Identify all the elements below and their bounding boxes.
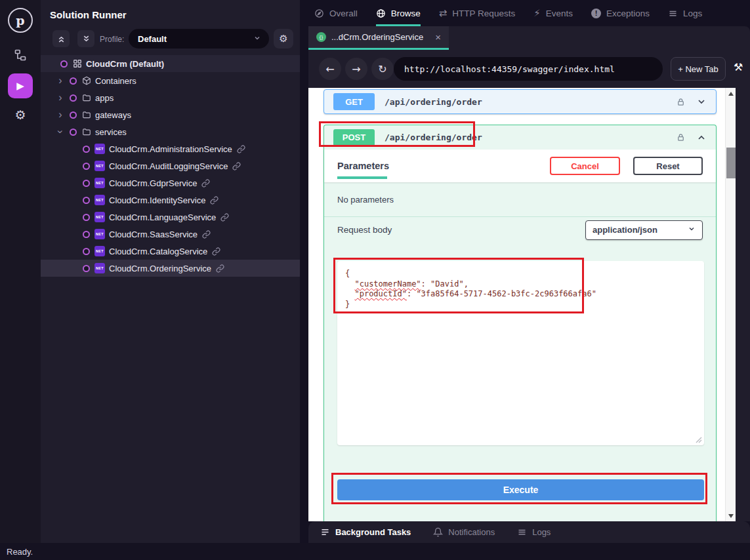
- tree-item-root[interactable]: CloudCrm (Default): [41, 55, 300, 72]
- status-bar: Ready.: [0, 543, 750, 560]
- lock-icon[interactable]: [676, 132, 686, 142]
- status-dot-icon: [83, 180, 90, 187]
- tab-label: Browse: [391, 9, 421, 18]
- chevron-right-icon: ›: [55, 92, 66, 103]
- expand-all-button[interactable]: [77, 30, 94, 47]
- tree-item-service[interactable]: NET CloudCrm.GdprService: [41, 174, 300, 191]
- background-tasks-item[interactable]: Background Tasks: [320, 527, 411, 537]
- service-label: CloudCrm.LanguageService: [109, 212, 216, 222]
- tab-browse[interactable]: Browse: [376, 0, 421, 26]
- forward-button[interactable]: →: [345, 58, 367, 80]
- tree-item-service[interactable]: NET CloudCrm.SaasService: [41, 226, 300, 243]
- bottom-item-label: Background Tasks: [335, 527, 411, 537]
- tab-label: Overall: [329, 9, 358, 18]
- new-tab-button[interactable]: + New Tab: [671, 57, 726, 81]
- tree-item-service[interactable]: NET CloudCrm.IdentityService: [41, 191, 300, 209]
- tab-http-requests[interactable]: ⇄ HTTP Requests: [439, 0, 515, 26]
- status-dot-icon: [70, 94, 77, 102]
- tree-item-apps[interactable]: › apps: [41, 89, 300, 106]
- url-input[interactable]: http://localhost:44359/swagger/index.htm…: [394, 57, 663, 81]
- chevron-up-icon[interactable]: [696, 132, 707, 143]
- lines-icon: [517, 527, 527, 537]
- link-icon: [216, 264, 224, 273]
- content-type-value: application/json: [593, 225, 657, 235]
- sidebar-toolbar: Profile: Default ⚙: [41, 28, 300, 50]
- request-body-editor[interactable]: { "customerName": "David", "productId": …: [337, 261, 704, 445]
- service-label: CloudCrm.AdministrationService: [109, 144, 232, 154]
- post-method-badge: POST: [333, 129, 375, 146]
- app-root: p ▶ ⚙ Solution Runner Profile: Default ⚙: [0, 0, 750, 560]
- tree-item-service[interactable]: NET CloudCrm.AuditLoggingService: [41, 157, 300, 174]
- folder-icon: [81, 93, 91, 103]
- scroll-up-arrow-icon[interactable]: [726, 88, 736, 99]
- tab-exceptions[interactable]: ! Exceptions: [591, 0, 650, 26]
- link-icon: [212, 247, 220, 256]
- settings-gear-icon[interactable]: ⚙: [14, 108, 26, 122]
- solution-tree-icon[interactable]: [12, 47, 28, 63]
- scroll-down-arrow-icon[interactable]: [726, 510, 736, 521]
- web-viewport: GET /api/ordering/order POST /api/orderi…: [308, 88, 736, 521]
- content-type-select[interactable]: application/json: [585, 220, 703, 240]
- notifications-item[interactable]: Notifications: [433, 527, 495, 537]
- cancel-button[interactable]: Cancel: [550, 157, 620, 175]
- execute-button[interactable]: Execute: [337, 479, 704, 500]
- tree-item-service[interactable]: NET CloudCrm.CatalogService: [41, 243, 300, 260]
- scrollbar-thumb[interactable]: [726, 148, 736, 178]
- tree-item-service[interactable]: NET CloudCrm.LanguageService: [41, 209, 300, 226]
- bottom-item-label: Logs: [532, 527, 551, 537]
- browser-tab[interactable]: { } ...dCrm.OrderingService ×: [308, 26, 449, 50]
- new-tab-label: + New Tab: [678, 64, 719, 74]
- post-opblock-header[interactable]: POST /api/ordering/order: [324, 125, 716, 150]
- get-endpoint-path: /api/ordering/order: [385, 97, 482, 107]
- tab-close-icon[interactable]: ×: [435, 31, 441, 43]
- dotnet-icon: NET: [94, 212, 105, 222]
- tree-item-service-selected[interactable]: NET CloudCrm.OrderingService: [41, 260, 300, 277]
- post-endpoint-path: /api/ordering/order: [385, 132, 482, 142]
- main-tab-bar: Overall Browse ⇄ HTTP Requests ⚡ Events …: [300, 0, 750, 26]
- run-button[interactable]: ▶: [8, 73, 33, 98]
- swap-arrows-icon: ⇄: [439, 7, 448, 19]
- opblock-post: POST /api/ordering/order Parameters Canc…: [323, 125, 717, 521]
- tree-item-label: CloudCrm (Default): [86, 59, 164, 69]
- link-icon: [220, 213, 229, 222]
- resize-grip-icon[interactable]: [696, 437, 702, 443]
- status-dot-icon: [83, 214, 90, 221]
- globe-icon: [376, 9, 386, 18]
- tab-events[interactable]: ⚡ Events: [533, 0, 573, 26]
- tree-item-service[interactable]: NET CloudCrm.AdministrationService: [41, 140, 300, 157]
- tab-logs[interactable]: Logs: [668, 0, 702, 26]
- vertical-scrollbar[interactable]: [725, 88, 736, 521]
- browser-toolbar: ← → ↻ http://localhost:44359/swagger/ind…: [308, 50, 750, 88]
- status-dot-icon: [70, 77, 77, 85]
- tab-overall[interactable]: Overall: [314, 0, 358, 26]
- opblock-get[interactable]: GET /api/ordering/order: [323, 89, 717, 114]
- tree-item-gateways[interactable]: › gateways: [41, 106, 300, 123]
- folder-icon: [81, 110, 91, 120]
- link-icon: [210, 196, 219, 205]
- reset-button[interactable]: Reset: [633, 157, 703, 175]
- dotnet-icon: NET: [94, 229, 105, 239]
- service-label: CloudCrm.AuditLoggingService: [109, 161, 228, 171]
- solution-tree: CloudCrm (Default) › Containers › apps: [41, 55, 300, 277]
- parameters-section-header: Parameters Cancel Reset: [324, 150, 716, 182]
- profile-dropdown[interactable]: Default: [129, 29, 269, 49]
- status-dot-icon: [70, 111, 77, 119]
- dev-tools-icon[interactable]: ⚒: [734, 61, 743, 73]
- status-dot-icon: [83, 248, 90, 255]
- lock-icon[interactable]: [676, 97, 686, 107]
- chevron-right-icon: ›: [55, 110, 66, 120]
- logs-item[interactable]: Logs: [517, 527, 551, 537]
- bottom-bar: Background Tasks Notifications Logs: [308, 521, 750, 543]
- back-button[interactable]: ←: [319, 58, 341, 80]
- tree-item-containers[interactable]: › Containers: [41, 72, 300, 89]
- profile-settings-button[interactable]: ⚙: [274, 29, 293, 49]
- lightning-icon: ⚡: [533, 7, 541, 19]
- chevron-down-icon[interactable]: [696, 96, 707, 107]
- compass-icon: [314, 9, 324, 18]
- dotnet-icon: NET: [94, 178, 105, 188]
- spellcheck-squiggle: "productId": [354, 289, 406, 298]
- collapse-all-button[interactable]: [52, 30, 70, 47]
- refresh-button[interactable]: ↻: [371, 58, 394, 80]
- tree-item-services[interactable]: › services: [41, 123, 300, 140]
- forward-arrow-icon: →: [352, 63, 360, 75]
